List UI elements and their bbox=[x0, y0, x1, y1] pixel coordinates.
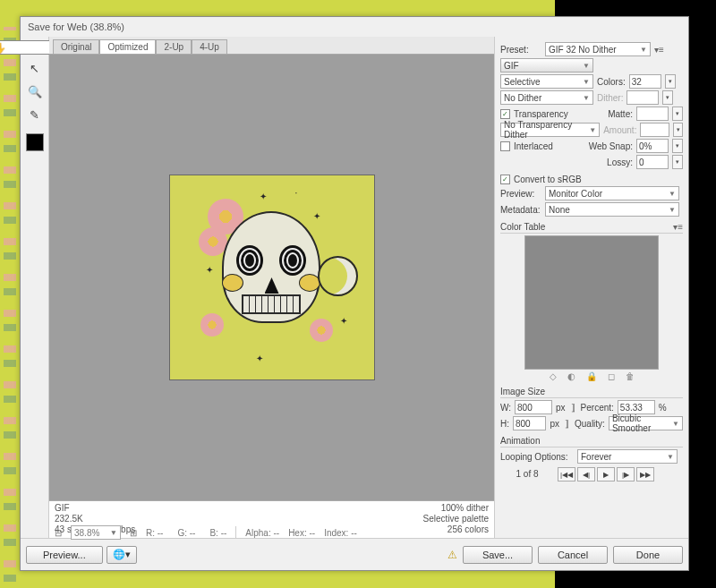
ct-icon-new[interactable]: ◻ bbox=[608, 371, 615, 381]
preset-select[interactable]: GIF 32 No Dither▼ bbox=[545, 42, 651, 56]
dither-amount-input bbox=[626, 90, 659, 105]
loop-select[interactable]: Forever▼ bbox=[577, 449, 678, 464]
lossy-label: Lossy: bbox=[607, 158, 633, 167]
ct-icon-snap[interactable]: ◇ bbox=[550, 371, 557, 381]
ct-icon-lock[interactable]: 🔒 bbox=[586, 371, 597, 381]
cancel-button[interactable]: Cancel bbox=[538, 546, 608, 564]
info-dither: 100% dither bbox=[423, 503, 489, 513]
amount-input bbox=[640, 123, 669, 137]
colortable-menu-icon[interactable]: ▾≡ bbox=[673, 222, 683, 232]
eyedropper-tool[interactable]: ✎ bbox=[25, 105, 45, 124]
zoom-select[interactable]: 38.8%▼ bbox=[71, 525, 121, 540]
dialog-footer: Preview... 🌐▾ ⚠ Save... Cancel Done bbox=[21, 538, 688, 570]
format-select[interactable]: GIF▼ bbox=[500, 58, 593, 72]
metadata-select[interactable]: None▼ bbox=[545, 202, 679, 217]
stat-hex: Hex: -- bbox=[288, 528, 315, 538]
settings-panel: Preset: GIF 32 No Dither▼ ▾≡ GIF▼ Select… bbox=[495, 37, 688, 538]
info-size: 232.5K bbox=[55, 514, 135, 524]
preview-column: Original Optimized 2-Up 4-Up ✦ ✦ bbox=[49, 37, 495, 538]
stat-b: B: -- bbox=[209, 528, 226, 538]
stat-alpha: Alpha: -- bbox=[245, 528, 279, 538]
frame-first-button[interactable]: |◀◀ bbox=[558, 467, 575, 481]
toolbar: ✋ ↖ 🔍 ✎ bbox=[21, 37, 49, 538]
tab-4up[interactable]: 4-Up bbox=[192, 39, 227, 54]
ct-icon-trash[interactable]: 🗑 bbox=[626, 371, 635, 381]
metadata-label: Metadata: bbox=[500, 205, 541, 215]
frame-prev-button[interactable]: ◀| bbox=[577, 467, 595, 481]
percent-unit: % bbox=[659, 403, 667, 413]
lossy-stepper[interactable]: ▾ bbox=[672, 155, 683, 169]
preview-button[interactable]: Preview... bbox=[26, 546, 103, 564]
amount-stepper[interactable]: ▾ bbox=[673, 123, 683, 137]
w-label: W: bbox=[500, 403, 511, 413]
interlaced-label: Interlaced bbox=[514, 141, 553, 151]
preview-image: ✦ ✦ ✦ ✦ ✦ · bbox=[169, 175, 375, 380]
amount-label: Amount: bbox=[603, 125, 636, 135]
frame-last-button[interactable]: ▶▶ bbox=[636, 467, 654, 481]
matte-dropdown[interactable]: ▾ bbox=[672, 107, 683, 121]
link-icon[interactable]: ⟧ bbox=[571, 403, 575, 413]
save-for-web-dialog: Save for Web (38.8%) ✋ ↖ 🔍 ✎ Original Op… bbox=[20, 16, 689, 571]
preview-tabs: Original Optimized 2-Up 4-Up bbox=[49, 37, 494, 55]
palette-select[interactable]: Selective▼ bbox=[500, 74, 593, 89]
save-button[interactable]: Save... bbox=[463, 546, 533, 564]
tab-2up[interactable]: 2-Up bbox=[156, 39, 192, 54]
colors-stepper[interactable]: ▾ bbox=[665, 74, 676, 89]
percent-input[interactable]: 53.33 bbox=[618, 400, 655, 414]
websnap-label: Web Snap: bbox=[589, 141, 633, 151]
color-swatch[interactable] bbox=[26, 133, 44, 151]
frame-next-button[interactable]: |▶ bbox=[617, 467, 635, 481]
transparency-label: Transparency bbox=[514, 109, 568, 119]
ct-icon-shift[interactable]: ◐ bbox=[567, 371, 575, 381]
colors-label: Colors: bbox=[597, 77, 626, 87]
h-unit: px bbox=[550, 419, 559, 429]
websnap-stepper[interactable]: ▾ bbox=[672, 139, 683, 153]
animation-title: Animation bbox=[500, 436, 683, 447]
window-title: Save for Web (38.8%) bbox=[21, 17, 688, 37]
colortable-title: Color Table bbox=[500, 222, 545, 232]
websnap-input[interactable]: 0% bbox=[636, 139, 669, 153]
preset-label: Preset: bbox=[500, 45, 541, 55]
width-input[interactable]: 800 bbox=[515, 400, 552, 414]
color-table[interactable] bbox=[524, 235, 659, 370]
matte-input[interactable] bbox=[636, 107, 669, 121]
tab-optimized[interactable]: Optimized bbox=[99, 39, 156, 54]
quality-select[interactable]: Bicubic Smoother▼ bbox=[609, 416, 683, 430]
slice-select-tool[interactable]: ↖ bbox=[25, 58, 45, 78]
preview-canvas[interactable]: ✦ ✦ ✦ ✦ ✦ · bbox=[49, 55, 494, 500]
colors-input[interactable]: 32 bbox=[629, 74, 661, 89]
height-input[interactable]: 800 bbox=[513, 416, 546, 430]
srgb-label: Convert to sRGB bbox=[514, 175, 582, 184]
preview-profile-label: Preview: bbox=[500, 189, 541, 199]
matte-label: Matte: bbox=[608, 109, 633, 119]
dither-label: Dither: bbox=[597, 93, 623, 103]
transparency-dither-select[interactable]: No Transparency Dither▼ bbox=[500, 123, 600, 137]
dither-amount-stepper[interactable]: ▾ bbox=[662, 90, 673, 105]
status-bar: ⊟ 38.8%▼ ⊞ R: -- G: -- B: -- Alpha: -- H… bbox=[55, 525, 679, 540]
loop-label: Looping Options: bbox=[500, 452, 574, 462]
zoom-tool[interactable]: 🔍 bbox=[25, 81, 45, 101]
transparency-checkbox[interactable]: ✓ bbox=[500, 109, 510, 119]
zoom-in-icon[interactable]: ⊞ bbox=[130, 528, 137, 538]
w-unit: px bbox=[556, 403, 566, 413]
interlaced-checkbox[interactable] bbox=[500, 141, 510, 151]
tab-original[interactable]: Original bbox=[53, 39, 99, 54]
preset-menu-icon[interactable]: ▾≡ bbox=[654, 45, 664, 55]
browser-preview-button[interactable]: 🌐▾ bbox=[107, 546, 137, 564]
frame-play-button[interactable]: ▶ bbox=[597, 467, 615, 481]
dither-select[interactable]: No Dither▼ bbox=[500, 90, 593, 105]
warning-icon: ⚠ bbox=[448, 549, 457, 561]
preview-profile-select[interactable]: Monitor Color▼ bbox=[545, 186, 679, 200]
stat-index: Index: -- bbox=[324, 528, 357, 538]
h-label: H: bbox=[500, 419, 509, 429]
zoom-out-icon[interactable]: ⊟ bbox=[55, 528, 62, 538]
info-format: GIF bbox=[55, 503, 135, 513]
stat-r: R: -- bbox=[146, 528, 163, 538]
lossy-input[interactable]: 0 bbox=[636, 155, 669, 169]
imagesize-title: Image Size bbox=[500, 387, 683, 398]
info-palette: Selective palette bbox=[423, 514, 489, 524]
done-button[interactable]: Done bbox=[613, 546, 683, 564]
percent-label: Percent: bbox=[581, 403, 614, 413]
srgb-checkbox[interactable]: ✓ bbox=[500, 175, 510, 184]
stat-g: G: -- bbox=[177, 528, 195, 538]
